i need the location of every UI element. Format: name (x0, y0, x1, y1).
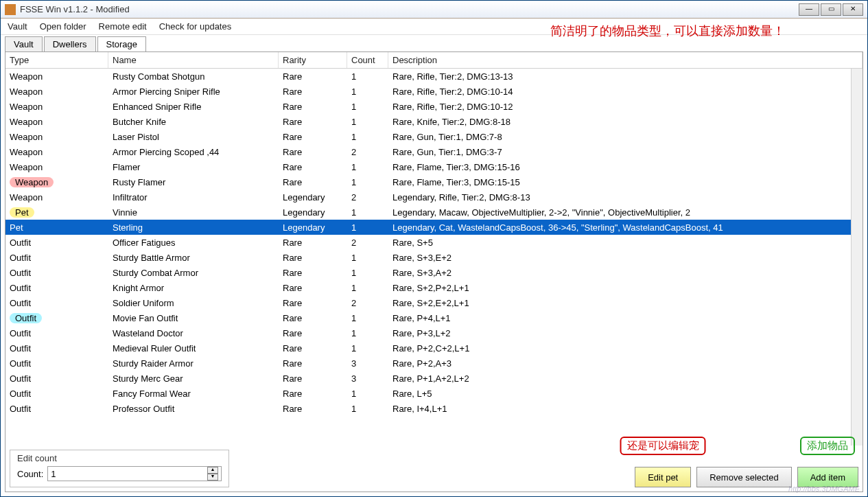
table-row[interactable]: WeaponButcher KnifeRare1Rare, Knife, Tie… (5, 114, 863, 129)
cell-rarity: Rare (279, 342, 347, 355)
minimize-button[interactable]: — (799, 3, 819, 16)
cell-type: Outfit (5, 312, 108, 325)
table-row[interactable]: OutfitSturdy Combat ArmorRare1Rare, S+3,… (5, 265, 863, 280)
cell-desc: Rare, Rifle, Tier:2, DMG:10-14 (388, 85, 863, 98)
table-row[interactable]: OutfitFancy Formal WearRare1Rare, L+5 (5, 386, 863, 401)
cell-count: 1 (347, 342, 388, 355)
table-row[interactable]: WeaponLaser PistolRare1Rare, Gun, Tier:1… (5, 129, 863, 144)
bottom-panel: Edit count Count: ▲ ▼ Edit pet 还是可以编辑宠 (5, 446, 863, 492)
cell-name: Fancy Formal Wear (108, 387, 279, 400)
table-row[interactable]: OutfitMedieval Ruler OutfitRare1Rare, P+… (5, 340, 863, 356)
tab-storage[interactable]: Storage (97, 36, 147, 51)
table-row[interactable]: WeaponRusty FlamerRare1Rare, Flame, Tier… (5, 174, 863, 189)
cell-count: 3 (347, 357, 388, 370)
cell-count: 1 (347, 176, 388, 189)
cell-type: Outfit (5, 402, 108, 415)
table-row[interactable]: OutfitWasteland DoctorRare1Rare, P+3,L+2 (5, 325, 863, 340)
cell-type: Weapon (5, 176, 108, 189)
count-input[interactable] (51, 469, 207, 479)
table-body[interactable]: WeaponRusty Combat ShotgunRare1Rare, Rif… (5, 69, 863, 426)
cell-count: 1 (347, 281, 388, 294)
header-count[interactable]: Count (347, 52, 388, 68)
table-row[interactable]: WeaponFlamerRare1Rare, Flame, Tier:3, DM… (5, 159, 863, 174)
tab-dwellers[interactable]: Dwellers (44, 36, 96, 51)
header-description[interactable]: Description (388, 52, 863, 68)
cell-name: Sterling (108, 221, 279, 234)
table-row[interactable]: WeaponArmor Piercing Sniper RifleRare1Ra… (5, 84, 863, 99)
titlebar[interactable]: FSSE Win v1.1.2 - Modified — ▭ ✕ (1, 1, 867, 19)
cell-count: 1 (347, 100, 388, 113)
table-row[interactable]: OutfitSturdy Battle ArmorRare1Rare, S+3,… (5, 250, 863, 265)
cell-name: Sturdy Battle Armor (108, 251, 279, 264)
count-input-wrap: ▲ ▼ (47, 466, 222, 481)
table-row[interactable]: OutfitKnight ArmorRare1Rare, S+2,P+2,L+1 (5, 280, 863, 295)
cell-desc: Rare, S+3,E+2 (388, 251, 863, 264)
cell-name: Armor Piercing Scoped ,44 (108, 146, 279, 159)
table-row[interactable]: PetSterlingLegendary1Legendary, Cat, Was… (5, 220, 863, 235)
cell-desc: Rare, Knife, Tier:2, DMG:8-18 (388, 115, 863, 128)
annotation-edit-pet: 还是可以编辑宠 (620, 437, 706, 455)
table-row[interactable]: WeaponInfiltratorLegendary2Legendary, Ri… (5, 189, 863, 205)
cell-rarity: Legendary (279, 191, 347, 204)
edit-count-group: Edit count Count: ▲ ▼ (10, 450, 229, 487)
cell-type: Weapon (5, 146, 108, 159)
table-row[interactable]: OutfitSturdy Merc GearRare3Rare, P+1,A+2… (5, 371, 863, 386)
table-row[interactable]: OutfitMovie Fan OutfitRare1Rare, P+4,L+1 (5, 310, 863, 325)
cell-type: Outfit (5, 266, 108, 279)
menu-remote-edit[interactable]: Remote edit (99, 21, 147, 32)
cell-rarity: Legendary (279, 221, 347, 234)
window-title: FSSE Win v1.1.2 - Modified (20, 4, 799, 14)
table-row[interactable]: PetVinnieLegendary1Legendary, Macaw, Obj… (5, 205, 863, 220)
watermark: http://bbs.3DMGAME (788, 485, 860, 493)
cell-rarity: Rare (279, 176, 347, 189)
menu-open-folder[interactable]: Open folder (40, 21, 86, 32)
scrollbar[interactable] (851, 69, 863, 446)
table-row[interactable]: WeaponArmor Piercing Scoped ,44Rare2Rare… (5, 144, 863, 159)
maximize-button[interactable]: ▭ (821, 3, 841, 16)
menu-check-updates[interactable]: Check for updates (159, 21, 232, 32)
edit-count-label: Edit count (17, 453, 222, 463)
cell-rarity: Rare (279, 251, 347, 264)
cell-type: Outfit (5, 372, 108, 385)
cell-type: Outfit (5, 357, 108, 370)
count-spin-up[interactable]: ▲ (207, 467, 218, 474)
table-row[interactable]: OutfitSturdy Raider ArmorRare3Rare, P+2,… (5, 356, 863, 371)
menu-vault[interactable]: Vault (8, 21, 27, 32)
table-row[interactable]: OutfitSoldier UniformRare2Rare, S+2,E+2,… (5, 295, 863, 310)
remove-selected-button[interactable]: Remove selected (696, 467, 791, 487)
edit-pet-button[interactable]: Edit pet 还是可以编辑宠 (635, 467, 691, 487)
tabstrip: Vault Dwellers Storage 简洁明了的物品类型，可以直接添加数… (1, 35, 867, 51)
table-row[interactable]: WeaponRusty Combat ShotgunRare1Rare, Rif… (5, 69, 863, 84)
header-type[interactable]: Type (5, 52, 108, 68)
cell-type: Weapon (5, 115, 108, 128)
cell-type: Weapon (5, 130, 108, 143)
cell-type: Outfit (5, 236, 108, 249)
cell-desc: Rare, P+2,A+3 (388, 357, 863, 370)
cell-count: 2 (347, 297, 388, 310)
close-button[interactable]: ✕ (843, 3, 863, 16)
table-row[interactable]: WeaponEnhanced Sniper RifleRare1Rare, Ri… (5, 99, 863, 114)
cell-desc: Legendary, Cat, WastelandCapsBoost, 36->… (388, 221, 863, 234)
cell-name: Movie Fan Outfit (108, 312, 279, 325)
cell-type: Outfit (5, 387, 108, 400)
cell-name: Vinnie (108, 206, 279, 219)
cell-name: Professor Outfit (108, 402, 279, 415)
header-rarity[interactable]: Rarity (279, 52, 347, 68)
cell-type: Pet (5, 206, 108, 219)
cell-rarity: Rare (279, 297, 347, 310)
cell-rarity: Rare (279, 70, 347, 83)
cell-name: Rusty Combat Shotgun (108, 70, 279, 83)
cell-desc: Rare, P+1,A+2,L+2 (388, 372, 863, 385)
cell-type: Outfit (5, 342, 108, 355)
cell-desc: Rare, S+5 (388, 236, 863, 249)
tab-vault[interactable]: Vault (5, 36, 43, 51)
count-spin-down[interactable]: ▼ (207, 474, 218, 481)
table-row[interactable]: OutfitProfessor OutfitRare1Rare, I+4,L+1 (5, 401, 863, 416)
cell-name: Sturdy Merc Gear (108, 372, 279, 385)
cell-name: Sturdy Raider Armor (108, 357, 279, 370)
table-row[interactable]: OutfitOfficer FatiguesRare2Rare, S+5 (5, 235, 863, 250)
cell-rarity: Rare (279, 266, 347, 279)
cell-rarity: Rare (279, 115, 347, 128)
cell-name: Armor Piercing Sniper Rifle (108, 85, 279, 98)
header-name[interactable]: Name (108, 52, 279, 68)
